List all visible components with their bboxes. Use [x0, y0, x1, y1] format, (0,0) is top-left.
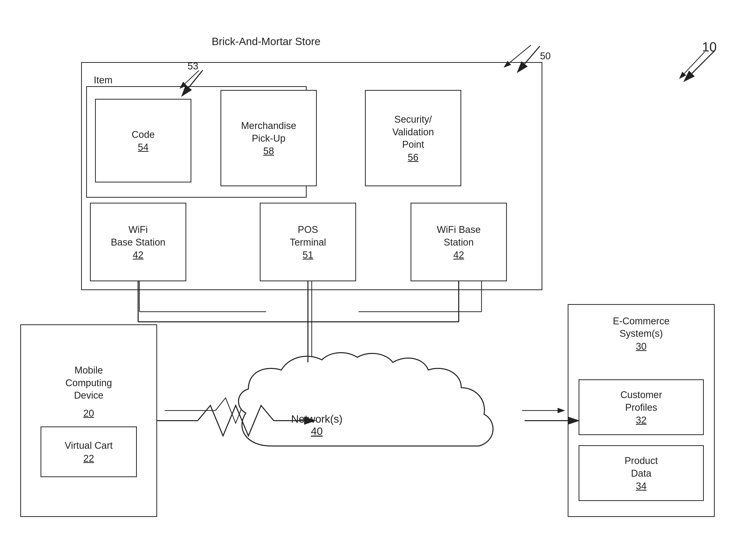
ref-53: 53 — [188, 61, 198, 72]
wifi-right-label: WiFi Base Station — [437, 223, 481, 249]
pos-box: POS Terminal 51 — [260, 203, 356, 281]
svg-line-3 — [510, 45, 531, 63]
wifi-left-label: WiFi Base Station — [111, 223, 165, 249]
svg-line-18 — [525, 46, 540, 64]
ref-50: 50 — [540, 51, 551, 62]
brick-store-title: Brick-And-Mortar Store — [152, 36, 380, 48]
code-box: Code 54 — [95, 99, 191, 183]
customer-profiles-label: Customer Profiles — [620, 389, 662, 414]
wifi-left-box: WiFi Base Station 42 — [90, 203, 186, 281]
mobile-label: Mobile Computing Device — [66, 364, 112, 402]
wifi-right-ref: 42 — [453, 250, 464, 260]
wifi-left-ref: 42 — [133, 250, 143, 260]
svg-line-2 — [684, 52, 704, 73]
item-title: Item — [94, 75, 112, 86]
ecommerce-label: E-Commerce System(s) — [568, 315, 714, 340]
virtual-cart-label: Virtual Cart — [65, 439, 112, 452]
security-label: Security/ Validation Point — [392, 113, 434, 151]
merchandise-box: Merchandise Pick-Up 58 — [221, 90, 317, 186]
security-ref: 56 — [408, 152, 418, 163]
merchandise-ref: 58 — [263, 146, 274, 157]
ecommerce-ref: 30 — [568, 341, 714, 352]
virtual-cart-box: Virtual Cart 22 — [41, 427, 137, 477]
code-label: Code — [132, 128, 155, 141]
pos-label: POS Terminal — [290, 223, 326, 249]
product-data-label: Product Data — [625, 455, 658, 480]
network-label: Network(s) 40 — [266, 413, 368, 437]
diagram: Brick-And-Mortar Store 50 Item 53 Code 5… — [0, 0, 756, 540]
ref-10: 10 — [702, 39, 717, 55]
pos-ref: 51 — [303, 250, 313, 260]
virtual-cart-ref: 22 — [83, 453, 94, 464]
security-box: Security/ Validation Point 56 — [365, 90, 461, 186]
ecommerce-box: E-Commerce System(s) 30 Customer Profile… — [568, 304, 715, 517]
mobile-ref: 20 — [83, 408, 94, 419]
mobile-outer-box: Mobile Computing Device 20 Virtual Cart … — [20, 324, 157, 517]
product-data-box: Product Data 34 — [579, 445, 704, 501]
network-label-text: Network(s) — [291, 413, 342, 425]
customer-profiles-ref: 32 — [636, 415, 647, 426]
merchandise-label: Merchandise Pick-Up — [241, 120, 296, 145]
wifi-right-box: WiFi Base Station 42 — [410, 203, 507, 281]
network-ref: 40 — [311, 425, 323, 437]
code-ref: 54 — [138, 142, 149, 153]
customer-profiles-box: Customer Profiles 32 — [579, 379, 704, 435]
product-data-ref: 34 — [636, 481, 647, 491]
